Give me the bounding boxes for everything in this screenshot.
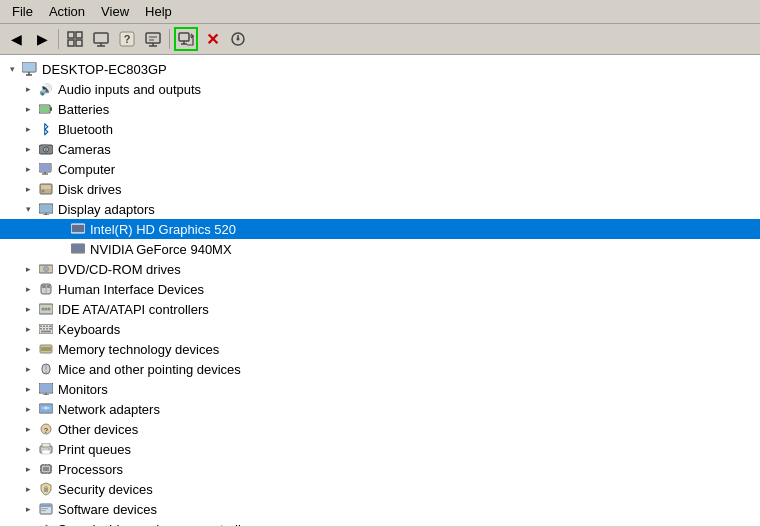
software-label: Software devices: [58, 502, 157, 517]
svg-rect-36: [41, 185, 51, 189]
tree-item-memory[interactable]: Memory technology devices: [0, 339, 760, 359]
expander-security[interactable]: [20, 481, 36, 497]
tree-item-keyboards[interactable]: Keyboards: [0, 319, 760, 339]
expander-diskdrives[interactable]: [20, 181, 36, 197]
tree-item-cameras[interactable]: Cameras: [0, 139, 760, 159]
svg-rect-21: [23, 63, 35, 71]
displayadaptors-label: Display adaptors: [58, 202, 155, 217]
svg-rect-43: [72, 225, 84, 232]
svg-rect-107: [41, 510, 46, 511]
expander-ide[interactable]: [20, 301, 36, 317]
expander-other[interactable]: [20, 421, 36, 437]
other-label: Other devices: [58, 422, 138, 437]
nvidia-label: NVIDIA GeForce 940MX: [90, 242, 232, 257]
tree-item-diskdrives[interactable]: Disk drives: [0, 179, 760, 199]
expander-print[interactable]: [20, 441, 36, 457]
tree-item-displayadaptors[interactable]: Display adaptors: [0, 199, 760, 219]
cameras-icon: [38, 141, 54, 157]
svg-point-29: [45, 148, 48, 151]
expander-computer[interactable]: [20, 161, 36, 177]
tree-item-other[interactable]: ? Other devices: [0, 419, 760, 439]
expander-network[interactable]: [20, 401, 36, 417]
toolbar: ◀ ▶ ? ✕: [0, 24, 760, 55]
expander-keyboards[interactable]: [20, 321, 36, 337]
menu-view[interactable]: View: [93, 2, 137, 21]
tree-item-processors[interactable]: Processors: [0, 459, 760, 479]
svg-rect-1: [76, 32, 82, 38]
batteries-label: Batteries: [58, 102, 109, 117]
expander-displayadaptors[interactable]: [20, 201, 36, 217]
scan-hardware-button[interactable]: [226, 27, 250, 51]
tree-item-monitors[interactable]: Monitors: [0, 379, 760, 399]
svg-rect-77: [40, 384, 52, 392]
svg-rect-39: [40, 205, 52, 212]
batteries-icon: [38, 101, 54, 117]
svg-rect-61: [49, 326, 52, 328]
bluetooth-label: Bluetooth: [58, 122, 113, 137]
tree-item-dvd[interactable]: DVD/CD-ROM drives: [0, 259, 760, 279]
uninstall-button[interactable]: ✕: [200, 27, 224, 51]
svg-point-54: [42, 308, 45, 311]
expander-root[interactable]: [4, 61, 20, 77]
processors-label: Processors: [58, 462, 123, 477]
menu-action[interactable]: Action: [41, 2, 93, 21]
tree-item-intel-graphics[interactable]: Intel(R) HD Graphics 520: [0, 219, 760, 239]
tree-item-batteries[interactable]: Batteries: [0, 99, 760, 119]
intel-graphics-icon: [70, 221, 86, 237]
security-icon: [38, 481, 54, 497]
tree-item-audio[interactable]: Audio inputs and outputs: [0, 79, 760, 99]
tree-item-software[interactable]: Software devices: [0, 499, 760, 519]
tree-item-print[interactable]: Print queues: [0, 439, 760, 459]
computer-icon: [22, 61, 38, 77]
svg-rect-105: [41, 505, 51, 507]
expander-audio[interactable]: [20, 81, 36, 97]
expander-intel: [52, 221, 68, 237]
tree-item-computer[interactable]: Computer: [0, 159, 760, 179]
properties-button[interactable]: [141, 27, 165, 51]
tree-root: DESKTOP-EC803GP Audio inputs and outputs…: [0, 55, 760, 526]
tree-item-nvidia[interactable]: NVIDIA GeForce 940MX: [0, 239, 760, 259]
computer-label: Computer: [58, 162, 115, 177]
svg-rect-51: [47, 285, 50, 288]
tree-item-hid[interactable]: Human Interface Devices: [0, 279, 760, 299]
help-button[interactable]: ?: [115, 27, 139, 51]
tree-item-bluetooth[interactable]: ᛒ Bluetooth: [0, 119, 760, 139]
expander-software[interactable]: [20, 501, 36, 517]
expander-cameras[interactable]: [20, 141, 36, 157]
svg-rect-2: [68, 40, 74, 46]
up-button[interactable]: [89, 27, 113, 51]
nvidia-icon: [70, 241, 86, 257]
tree-item-sound[interactable]: Sound, video and game controllers: [0, 519, 760, 526]
forward-button[interactable]: ▶: [30, 27, 54, 51]
svg-rect-0: [68, 32, 74, 38]
expander-memory[interactable]: [20, 341, 36, 357]
back-button[interactable]: ◀: [4, 27, 28, 51]
sound-label: Sound, video and game controllers: [58, 522, 259, 527]
tree-root-node[interactable]: DESKTOP-EC803GP: [0, 59, 760, 79]
svg-rect-64: [46, 328, 48, 330]
expander-dvd[interactable]: [20, 261, 36, 277]
tree-item-mice[interactable]: Mice and other pointing devices: [0, 359, 760, 379]
show-hide-button[interactable]: [63, 27, 87, 51]
svg-text:?: ?: [124, 33, 131, 45]
expander-processors[interactable]: [20, 461, 36, 477]
tree-item-network[interactable]: Network adapters: [0, 399, 760, 419]
tree-item-security[interactable]: Security devices: [0, 479, 760, 499]
menu-file[interactable]: File: [4, 2, 41, 21]
hid-icon: [38, 281, 54, 297]
print-icon: [38, 441, 54, 457]
expander-sound[interactable]: [20, 521, 36, 526]
expander-mice[interactable]: [20, 361, 36, 377]
expander-monitors[interactable]: [20, 381, 36, 397]
svg-rect-32: [40, 164, 50, 171]
root-label: DESKTOP-EC803GP: [42, 62, 167, 77]
expander-batteries[interactable]: [20, 101, 36, 117]
other-icon: ?: [38, 421, 54, 437]
monitors-label: Monitors: [58, 382, 108, 397]
software-icon: [38, 501, 54, 517]
menu-help[interactable]: Help: [137, 2, 180, 21]
tree-item-ide[interactable]: IDE ATA/ATAPI controllers: [0, 299, 760, 319]
expander-hid[interactable]: [20, 281, 36, 297]
expander-bluetooth[interactable]: [20, 121, 36, 137]
network-scan-button[interactable]: [174, 27, 198, 51]
